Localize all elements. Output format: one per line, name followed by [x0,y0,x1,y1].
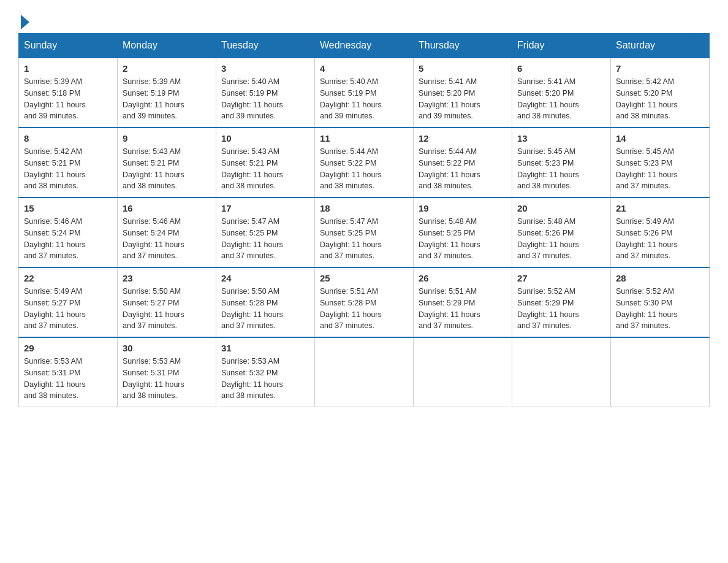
calendar-cell: 28 Sunrise: 5:52 AM Sunset: 5:30 PM Dayl… [611,267,710,337]
calendar-cell: 4 Sunrise: 5:40 AM Sunset: 5:19 PM Dayli… [315,58,414,128]
calendar-cell: 16 Sunrise: 5:46 AM Sunset: 5:24 PM Dayl… [118,197,216,267]
day-number: 7 [616,63,704,74]
calendar-week-4: 22 Sunrise: 5:49 AM Sunset: 5:27 PM Dayl… [19,267,710,337]
logo [18,12,29,27]
day-info: Sunrise: 5:47 AM Sunset: 5:25 PM Dayligh… [221,216,309,262]
day-info: Sunrise: 5:49 AM Sunset: 5:27 PM Dayligh… [24,286,112,332]
day-number: 9 [123,133,211,144]
day-info: Sunrise: 5:53 AM Sunset: 5:31 PM Dayligh… [123,356,211,402]
day-number: 10 [221,133,309,144]
day-header-saturday: Saturday [611,34,710,58]
day-number: 19 [419,203,507,213]
calendar-cell [414,337,512,407]
day-number: 24 [221,273,309,283]
day-number: 12 [419,133,507,144]
calendar-table: SundayMondayTuesdayWednesdayThursdayFrid… [18,33,710,407]
day-header-monday: Monday [118,34,216,58]
day-number: 26 [419,273,507,283]
calendar-cell: 26 Sunrise: 5:51 AM Sunset: 5:29 PM Dayl… [414,267,512,337]
day-info: Sunrise: 5:47 AM Sunset: 5:25 PM Dayligh… [320,216,408,262]
day-info: Sunrise: 5:43 AM Sunset: 5:21 PM Dayligh… [123,146,211,192]
day-info: Sunrise: 5:46 AM Sunset: 5:24 PM Dayligh… [24,216,112,262]
day-header-friday: Friday [512,34,611,58]
calendar-cell: 14 Sunrise: 5:45 AM Sunset: 5:23 PM Dayl… [611,128,710,197]
day-number: 13 [517,133,605,144]
calendar-cell: 6 Sunrise: 5:41 AM Sunset: 5:20 PM Dayli… [512,58,611,128]
calendar-body: 1 Sunrise: 5:39 AM Sunset: 5:18 PM Dayli… [19,58,710,407]
day-info: Sunrise: 5:50 AM Sunset: 5:28 PM Dayligh… [221,286,309,332]
day-info: Sunrise: 5:43 AM Sunset: 5:21 PM Dayligh… [221,146,309,192]
calendar-cell: 9 Sunrise: 5:43 AM Sunset: 5:21 PM Dayli… [118,128,216,197]
day-number: 25 [320,273,408,283]
day-number: 5 [419,63,507,74]
day-number: 20 [517,203,605,213]
day-number: 3 [221,63,309,74]
logo-arrow-icon [21,15,29,29]
day-info: Sunrise: 5:45 AM Sunset: 5:23 PM Dayligh… [616,146,704,192]
calendar-week-5: 29 Sunrise: 5:53 AM Sunset: 5:31 PM Dayl… [19,337,710,407]
calendar-cell: 24 Sunrise: 5:50 AM Sunset: 5:28 PM Dayl… [216,267,315,337]
day-number: 14 [616,133,704,144]
day-info: Sunrise: 5:41 AM Sunset: 5:20 PM Dayligh… [419,76,507,122]
day-number: 4 [320,63,408,74]
calendar-cell: 8 Sunrise: 5:42 AM Sunset: 5:21 PM Dayli… [19,128,118,197]
day-header-thursday: Thursday [414,34,512,58]
calendar-cell: 13 Sunrise: 5:45 AM Sunset: 5:23 PM Dayl… [512,128,611,197]
day-info: Sunrise: 5:39 AM Sunset: 5:18 PM Dayligh… [24,76,112,122]
calendar-week-3: 15 Sunrise: 5:46 AM Sunset: 5:24 PM Dayl… [19,197,710,267]
calendar-cell [611,337,710,407]
calendar-cell: 5 Sunrise: 5:41 AM Sunset: 5:20 PM Dayli… [414,58,512,128]
day-number: 18 [320,203,408,213]
day-info: Sunrise: 5:53 AM Sunset: 5:32 PM Dayligh… [221,356,309,402]
calendar-cell: 29 Sunrise: 5:53 AM Sunset: 5:31 PM Dayl… [19,337,118,407]
day-info: Sunrise: 5:46 AM Sunset: 5:24 PM Dayligh… [123,216,211,262]
day-info: Sunrise: 5:39 AM Sunset: 5:19 PM Dayligh… [123,76,211,122]
day-number: 31 [221,343,309,353]
calendar-cell: 20 Sunrise: 5:48 AM Sunset: 5:26 PM Dayl… [512,197,611,267]
calendar-cell: 1 Sunrise: 5:39 AM Sunset: 5:18 PM Dayli… [19,58,118,128]
day-number: 11 [320,133,408,144]
day-info: Sunrise: 5:50 AM Sunset: 5:27 PM Dayligh… [123,286,211,332]
day-number: 30 [123,343,211,353]
day-info: Sunrise: 5:42 AM Sunset: 5:20 PM Dayligh… [616,76,704,122]
calendar-cell: 25 Sunrise: 5:51 AM Sunset: 5:28 PM Dayl… [315,267,414,337]
calendar-cell: 15 Sunrise: 5:46 AM Sunset: 5:24 PM Dayl… [19,197,118,267]
calendar-cell: 23 Sunrise: 5:50 AM Sunset: 5:27 PM Dayl… [118,267,216,337]
day-number: 1 [24,63,112,74]
day-number: 15 [24,203,112,213]
day-number: 23 [123,273,211,283]
day-info: Sunrise: 5:52 AM Sunset: 5:30 PM Dayligh… [616,286,704,332]
day-info: Sunrise: 5:42 AM Sunset: 5:21 PM Dayligh… [24,146,112,192]
calendar-cell: 18 Sunrise: 5:47 AM Sunset: 5:25 PM Dayl… [315,197,414,267]
day-info: Sunrise: 5:51 AM Sunset: 5:28 PM Dayligh… [320,286,408,332]
calendar-week-1: 1 Sunrise: 5:39 AM Sunset: 5:18 PM Dayli… [19,58,710,128]
calendar-week-2: 8 Sunrise: 5:42 AM Sunset: 5:21 PM Dayli… [19,128,710,197]
day-info: Sunrise: 5:48 AM Sunset: 5:26 PM Dayligh… [517,216,605,262]
day-number: 6 [517,63,605,74]
page-header [18,12,710,27]
day-number: 2 [123,63,211,74]
calendar-cell: 19 Sunrise: 5:48 AM Sunset: 5:25 PM Dayl… [414,197,512,267]
calendar-cell: 17 Sunrise: 5:47 AM Sunset: 5:25 PM Dayl… [216,197,315,267]
day-number: 27 [517,273,605,283]
day-number: 22 [24,273,112,283]
day-info: Sunrise: 5:48 AM Sunset: 5:25 PM Dayligh… [419,216,507,262]
day-header-tuesday: Tuesday [216,34,315,58]
calendar-cell: 2 Sunrise: 5:39 AM Sunset: 5:19 PM Dayli… [118,58,216,128]
days-of-week-row: SundayMondayTuesdayWednesdayThursdayFrid… [19,34,710,58]
calendar-cell: 3 Sunrise: 5:40 AM Sunset: 5:19 PM Dayli… [216,58,315,128]
day-number: 28 [616,273,704,283]
day-number: 16 [123,203,211,213]
day-number: 21 [616,203,704,213]
day-info: Sunrise: 5:44 AM Sunset: 5:22 PM Dayligh… [419,146,507,192]
calendar-cell: 11 Sunrise: 5:44 AM Sunset: 5:22 PM Dayl… [315,128,414,197]
day-info: Sunrise: 5:44 AM Sunset: 5:22 PM Dayligh… [320,146,408,192]
day-number: 8 [24,133,112,144]
calendar-header: SundayMondayTuesdayWednesdayThursdayFrid… [19,34,710,58]
day-info: Sunrise: 5:45 AM Sunset: 5:23 PM Dayligh… [517,146,605,192]
day-info: Sunrise: 5:53 AM Sunset: 5:31 PM Dayligh… [24,356,112,402]
day-number: 17 [221,203,309,213]
calendar-cell: 10 Sunrise: 5:43 AM Sunset: 5:21 PM Dayl… [216,128,315,197]
day-info: Sunrise: 5:41 AM Sunset: 5:20 PM Dayligh… [517,76,605,122]
calendar-cell [512,337,611,407]
